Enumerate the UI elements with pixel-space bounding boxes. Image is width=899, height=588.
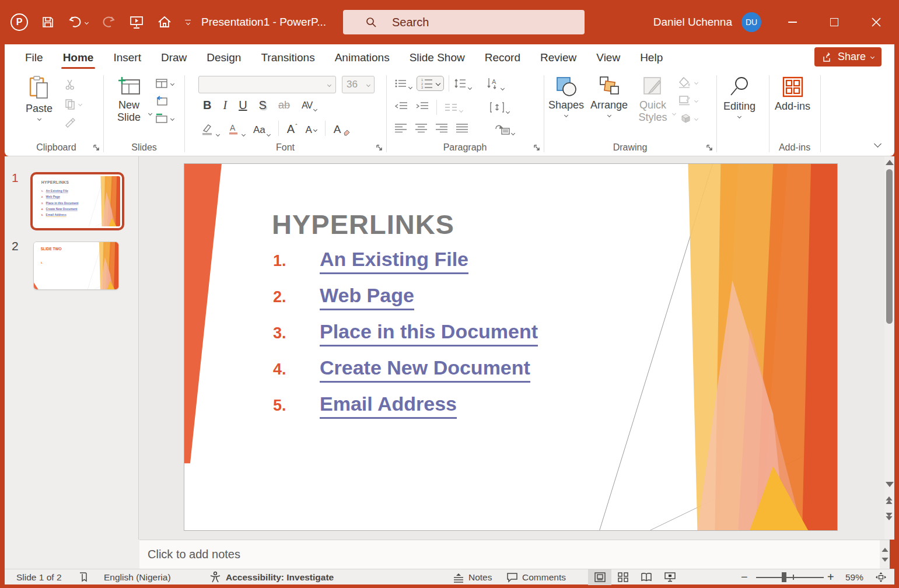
- powerpoint-logo-icon[interactable]: P: [11, 13, 28, 31]
- change-case-button[interactable]: Aa: [253, 124, 270, 136]
- maximize-button[interactable]: [818, 0, 851, 44]
- undo-button[interactable]: [68, 15, 88, 30]
- scrollbar-thumb[interactable]: [886, 169, 893, 324]
- slide-layout-button[interactable]: [155, 78, 174, 89]
- accessibility-status[interactable]: Accessibility: Investigate: [209, 569, 334, 585]
- slide-canvas[interactable]: HYPERLINKS 1.An Existing File 2.Web Page…: [184, 163, 838, 531]
- search-box[interactable]: [343, 10, 585, 34]
- hyperlink-place-in-document[interactable]: Place in this Document: [320, 320, 538, 346]
- spell-check-icon[interactable]: [78, 569, 90, 585]
- collapse-ribbon-button[interactable]: [875, 138, 880, 149]
- character-spacing-button[interactable]: AV: [302, 100, 317, 111]
- editing-button[interactable]: Editing: [723, 76, 755, 118]
- hyperlink-existing-file[interactable]: An Existing File: [320, 248, 468, 274]
- slide-sorter-view-button[interactable]: [611, 569, 635, 585]
- previous-slide-button[interactable]: [885, 496, 893, 505]
- avatar[interactable]: DU: [741, 12, 761, 32]
- clear-formatting-button[interactable]: A: [334, 123, 351, 136]
- decrease-indent-button[interactable]: [394, 101, 408, 114]
- zoom-out-button[interactable]: −: [741, 569, 748, 585]
- underline-button[interactable]: U: [239, 99, 247, 112]
- text-direction-button[interactable]: A: [485, 77, 504, 90]
- slide-2-thumbnail[interactable]: SLIDE TWO 1.: [33, 242, 119, 290]
- arrange-button[interactable]: Arrange: [590, 76, 628, 117]
- start-slideshow-icon[interactable]: [129, 15, 144, 30]
- zoom-slider-thumb[interactable]: [782, 572, 786, 582]
- next-slide-button[interactable]: [885, 512, 893, 521]
- notes-placeholder[interactable]: Click to add notes: [148, 548, 240, 561]
- slideshow-view-button[interactable]: [658, 569, 681, 585]
- language-indicator[interactable]: English (Nigeria): [104, 569, 171, 585]
- fit-slide-to-window-button[interactable]: [875, 569, 887, 585]
- undo-dropdown-icon[interactable]: [85, 20, 89, 24]
- home-icon[interactable]: [157, 15, 172, 30]
- notes-scrollbar[interactable]: [880, 540, 890, 569]
- scroll-up-icon[interactable]: [886, 160, 894, 165]
- highlight-color-button[interactable]: [201, 123, 219, 136]
- notes-toggle[interactable]: Notes: [453, 569, 492, 585]
- bold-button[interactable]: B: [203, 99, 211, 112]
- font-dialog-launcher[interactable]: [376, 144, 384, 152]
- hyperlink-email-address[interactable]: Email Address: [320, 393, 457, 419]
- tab-design[interactable]: Design: [198, 44, 250, 71]
- tab-insert[interactable]: Insert: [104, 44, 150, 71]
- customize-toolbar-icon[interactable]: [185, 20, 191, 25]
- search-input[interactable]: [392, 16, 567, 29]
- tab-help[interactable]: Help: [631, 44, 671, 71]
- numbering-button-active[interactable]: 123: [417, 76, 444, 91]
- notes-scroll-down-icon[interactable]: [881, 557, 888, 561]
- slide-editor-area[interactable]: HYPERLINKS 1.An Existing File 2.Web Page…: [139, 156, 884, 540]
- normal-view-button[interactable]: [588, 569, 611, 585]
- tab-draw[interactable]: Draw: [152, 44, 195, 71]
- shapes-button[interactable]: Shapes: [548, 76, 584, 117]
- drawing-dialog-launcher[interactable]: [706, 144, 714, 152]
- convert-to-smartart-button[interactable]: [495, 123, 515, 135]
- tab-slide-show[interactable]: Slide Show: [401, 44, 474, 71]
- vertical-scrollbar[interactable]: [884, 156, 894, 540]
- zoom-slider-track[interactable]: [756, 577, 824, 578]
- text-shadow-button[interactable]: S: [259, 99, 267, 112]
- notes-pane[interactable]: Click to add notes: [139, 540, 880, 569]
- tab-home[interactable]: Home: [54, 44, 103, 71]
- notes-scroll-up-icon[interactable]: [881, 547, 888, 551]
- tab-file[interactable]: File: [16, 44, 52, 71]
- decrease-font-size-button[interactable]: A: [305, 124, 316, 136]
- tab-record[interactable]: Record: [476, 44, 529, 71]
- align-text-button[interactable]: [489, 102, 509, 113]
- align-center-button[interactable]: [415, 123, 428, 135]
- slide-title[interactable]: HYPERLINKS: [272, 208, 454, 240]
- slide-indicator[interactable]: Slide 1 of 2: [16, 569, 62, 585]
- close-button[interactable]: [860, 0, 893, 44]
- zoom-in-button[interactable]: +: [827, 569, 834, 585]
- bullets-button[interactable]: [394, 78, 412, 89]
- addins-button[interactable]: Add-ins: [775, 76, 810, 113]
- paragraph-dialog-launcher[interactable]: [533, 144, 541, 152]
- minimize-button[interactable]: [776, 0, 809, 44]
- increase-font-size-button[interactable]: Aˆ: [287, 123, 298, 136]
- tab-review[interactable]: Review: [531, 44, 585, 71]
- tab-transitions[interactable]: Transitions: [252, 44, 323, 71]
- tab-view[interactable]: View: [587, 44, 629, 71]
- align-right-button[interactable]: [435, 123, 448, 135]
- new-slide-button[interactable]: New Slide: [111, 76, 147, 123]
- paste-button[interactable]: Paste: [26, 76, 53, 120]
- align-left-button[interactable]: [394, 123, 407, 135]
- reset-slide-button[interactable]: [155, 95, 174, 107]
- comments-toggle[interactable]: Comments: [506, 569, 566, 585]
- line-spacing-button[interactable]: [454, 78, 471, 89]
- hyperlink-create-new-document[interactable]: Create New Document: [320, 356, 530, 383]
- hyperlink-web-page[interactable]: Web Page: [320, 284, 414, 310]
- clipboard-dialog-launcher[interactable]: [93, 144, 101, 152]
- increase-indent-button[interactable]: [415, 101, 429, 114]
- italic-button[interactable]: I: [223, 99, 227, 112]
- slide-1-thumbnail-selected[interactable]: HYPERLINKS 1.An Existing File 2.Web Page…: [30, 172, 124, 230]
- justify-button[interactable]: [456, 123, 468, 135]
- font-color-button[interactable]: A: [228, 123, 245, 136]
- share-button[interactable]: Share: [814, 47, 881, 66]
- section-button[interactable]: [155, 113, 174, 124]
- zoom-level[interactable]: 59%: [845, 569, 863, 585]
- save-icon[interactable]: [41, 15, 55, 29]
- reading-view-button[interactable]: [635, 569, 658, 585]
- tab-animations[interactable]: Animations: [326, 44, 398, 71]
- scroll-down-icon[interactable]: [886, 482, 894, 487]
